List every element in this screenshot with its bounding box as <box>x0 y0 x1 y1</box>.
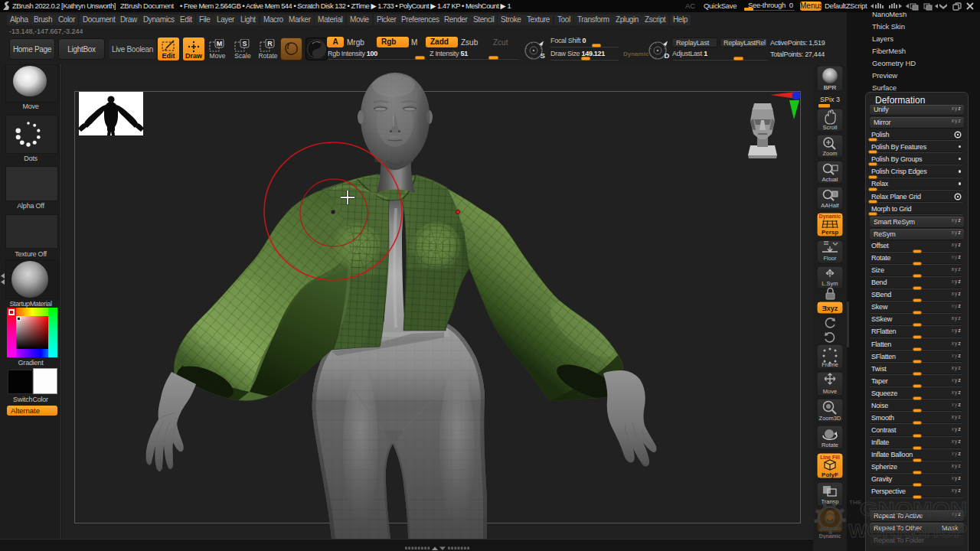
svg-text:Ghost: Ghost <box>822 525 838 532</box>
svg-text:Rotate: Rotate <box>822 442 838 448</box>
svg-text:Ǝxyz: Ǝxyz <box>822 305 838 312</box>
svg-text:M: M <box>217 40 223 47</box>
svg-text:AAHalf: AAHalf <box>821 202 839 209</box>
svg-text:Rotate: Rotate <box>258 52 277 60</box>
svg-text:Floor: Floor <box>823 255 837 262</box>
svg-text:Zoom: Zoom <box>822 150 837 157</box>
svg-text:Zoom3D: Zoom3D <box>819 415 841 422</box>
svg-text:S: S <box>541 51 545 60</box>
svg-text:R: R <box>267 40 273 47</box>
svg-text:Scroll: Scroll <box>823 124 838 131</box>
svg-text:Dynamic: Dynamic <box>819 214 841 220</box>
svg-text:BPR: BPR <box>824 84 837 91</box>
svg-text:Scale: Scale <box>234 52 251 60</box>
svg-text:Draw: Draw <box>185 52 203 60</box>
svg-text:Move: Move <box>210 52 226 60</box>
svg-text:S: S <box>242 40 247 47</box>
svg-text:L.Sym: L.Sym <box>822 280 838 287</box>
svg-text:PolyF: PolyF <box>822 471 838 478</box>
svg-text:Transp: Transp <box>821 498 838 505</box>
svg-text:D: D <box>665 51 670 60</box>
svg-text:Dynamic: Dynamic <box>819 533 841 539</box>
svg-text:Line Fill: Line Fill <box>820 455 840 460</box>
svg-text:Frame: Frame <box>822 361 838 368</box>
svg-text:SPix 3: SPix 3 <box>820 96 840 103</box>
svg-text:Move: Move <box>823 388 837 395</box>
svg-text:Edit: Edit <box>162 52 175 60</box>
svg-text:Actual: Actual <box>822 176 838 183</box>
svg-text:Persp: Persp <box>822 229 838 236</box>
